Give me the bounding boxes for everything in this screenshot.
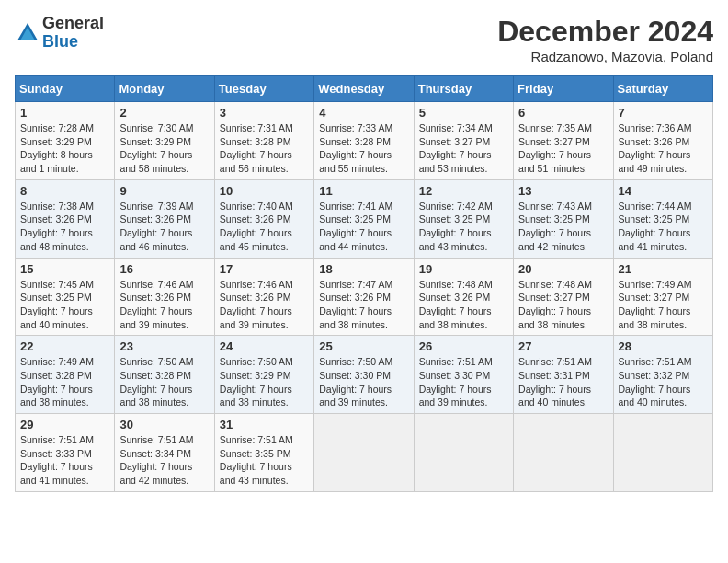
day-info: Sunrise: 7:50 AMSunset: 3:28 PMDaylight:… <box>119 355 209 409</box>
day-info: Sunrise: 7:42 AMSunset: 3:25 PMDaylight:… <box>419 200 508 254</box>
calendar-cell: 17Sunrise: 7:46 AMSunset: 3:26 PMDayligh… <box>214 258 313 336</box>
logo: General Blue <box>15 15 104 52</box>
day-number: 15 <box>20 262 109 276</box>
day-info: Sunrise: 7:47 AMSunset: 3:26 PMDaylight:… <box>319 278 408 332</box>
day-info: Sunrise: 7:31 AMSunset: 3:28 PMDaylight:… <box>220 121 309 176</box>
day-number: 10 <box>220 184 309 198</box>
day-info: Sunrise: 7:48 AMSunset: 3:27 PMDaylight:… <box>518 278 608 332</box>
day-number: 3 <box>220 106 309 120</box>
day-info: Sunrise: 7:50 AMSunset: 3:29 PMDaylight:… <box>220 355 309 409</box>
calendar-cell: 23Sunrise: 7:50 AMSunset: 3:28 PMDayligh… <box>115 336 214 414</box>
calendar-cell: 28Sunrise: 7:51 AMSunset: 3:32 PMDayligh… <box>613 336 712 414</box>
calendar-cell: 22Sunrise: 7:49 AMSunset: 3:28 PMDayligh… <box>16 336 115 414</box>
calendar-cell: 9Sunrise: 7:39 AMSunset: 3:26 PMDaylight… <box>115 179 214 258</box>
calendar-cell: 10Sunrise: 7:40 AMSunset: 3:26 PMDayligh… <box>214 179 313 258</box>
day-number: 27 <box>518 339 608 353</box>
calendar-cell: 30Sunrise: 7:51 AMSunset: 3:34 PMDayligh… <box>115 414 214 492</box>
day-number: 26 <box>419 339 508 353</box>
day-info: Sunrise: 7:39 AMSunset: 3:26 PMDaylight:… <box>119 200 209 254</box>
weekday-header-thursday: Thursday <box>414 76 513 102</box>
calendar-cell: 18Sunrise: 7:47 AMSunset: 3:26 PMDayligh… <box>314 258 414 336</box>
day-number: 31 <box>220 418 309 431</box>
calendar-week-3: 15Sunrise: 7:45 AMSunset: 3:25 PMDayligh… <box>16 258 713 336</box>
calendar-cell: 15Sunrise: 7:45 AMSunset: 3:25 PMDayligh… <box>16 258 115 336</box>
calendar-cell: 11Sunrise: 7:41 AMSunset: 3:25 PMDayligh… <box>314 179 414 258</box>
day-number: 21 <box>619 262 708 276</box>
day-number: 1 <box>20 106 109 120</box>
day-info: Sunrise: 7:43 AMSunset: 3:25 PMDaylight:… <box>518 200 608 254</box>
weekday-header-sunday: Sunday <box>16 76 115 102</box>
calendar-cell <box>414 414 513 492</box>
calendar-week-2: 8Sunrise: 7:38 AMSunset: 3:26 PMDaylight… <box>16 179 713 258</box>
page-header: General Blue December 2024 Radzanowo, Ma… <box>15 15 713 64</box>
day-info: Sunrise: 7:49 AMSunset: 3:27 PMDaylight:… <box>619 278 708 332</box>
day-number: 11 <box>319 184 408 198</box>
calendar-week-1: 1Sunrise: 7:28 AMSunset: 3:29 PMDaylight… <box>16 102 713 180</box>
day-number: 9 <box>119 184 209 198</box>
day-number: 19 <box>419 262 508 276</box>
day-number: 25 <box>319 339 408 353</box>
calendar-cell: 27Sunrise: 7:51 AMSunset: 3:31 PMDayligh… <box>514 336 613 414</box>
day-number: 18 <box>319 262 408 276</box>
day-number: 29 <box>20 418 109 431</box>
calendar-cell: 20Sunrise: 7:48 AMSunset: 3:27 PMDayligh… <box>514 258 613 336</box>
weekday-header-tuesday: Tuesday <box>214 76 313 102</box>
day-info: Sunrise: 7:44 AMSunset: 3:25 PMDaylight:… <box>619 200 708 254</box>
month-year: December 2024 <box>497 15 713 49</box>
day-info: Sunrise: 7:51 AMSunset: 3:34 PMDaylight:… <box>119 433 209 488</box>
logo-general: General <box>42 14 104 32</box>
calendar-cell: 29Sunrise: 7:51 AMSunset: 3:33 PMDayligh… <box>16 414 115 492</box>
calendar-week-4: 22Sunrise: 7:49 AMSunset: 3:28 PMDayligh… <box>16 336 713 414</box>
day-number: 22 <box>20 339 109 353</box>
day-info: Sunrise: 7:35 AMSunset: 3:27 PMDaylight:… <box>518 121 608 176</box>
day-number: 17 <box>220 262 309 276</box>
day-info: Sunrise: 7:51 AMSunset: 3:30 PMDaylight:… <box>419 355 508 409</box>
day-number: 2 <box>119 106 209 120</box>
day-number: 8 <box>20 184 109 198</box>
day-info: Sunrise: 7:41 AMSunset: 3:25 PMDaylight:… <box>319 200 408 254</box>
logo-blue: Blue <box>42 32 78 51</box>
calendar-cell: 1Sunrise: 7:28 AMSunset: 3:29 PMDaylight… <box>16 102 115 180</box>
day-info: Sunrise: 7:45 AMSunset: 3:25 PMDaylight:… <box>20 278 109 332</box>
calendar-header: SundayMondayTuesdayWednesdayThursdayFrid… <box>16 76 713 102</box>
calendar-cell: 5Sunrise: 7:34 AMSunset: 3:27 PMDaylight… <box>414 102 513 180</box>
calendar-cell: 21Sunrise: 7:49 AMSunset: 3:27 PMDayligh… <box>613 258 712 336</box>
calendar-cell: 2Sunrise: 7:30 AMSunset: 3:29 PMDaylight… <box>115 102 214 180</box>
day-number: 30 <box>119 418 209 431</box>
calendar-cell: 25Sunrise: 7:50 AMSunset: 3:30 PMDayligh… <box>314 336 414 414</box>
weekday-header-row: SundayMondayTuesdayWednesdayThursdayFrid… <box>16 76 713 102</box>
day-info: Sunrise: 7:34 AMSunset: 3:27 PMDaylight:… <box>419 121 508 176</box>
logo-text: General Blue <box>42 15 104 52</box>
calendar-cell: 8Sunrise: 7:38 AMSunset: 3:26 PMDaylight… <box>16 179 115 258</box>
day-info: Sunrise: 7:46 AMSunset: 3:26 PMDaylight:… <box>119 278 209 332</box>
calendar-week-5: 29Sunrise: 7:51 AMSunset: 3:33 PMDayligh… <box>16 414 713 492</box>
day-info: Sunrise: 7:46 AMSunset: 3:26 PMDaylight:… <box>220 278 309 332</box>
day-number: 24 <box>220 339 309 353</box>
logo-icon <box>15 20 40 46</box>
calendar-cell: 4Sunrise: 7:33 AMSunset: 3:28 PMDaylight… <box>314 102 414 180</box>
title-block: December 2024 Radzanowo, Mazovia, Poland <box>497 15 713 64</box>
day-info: Sunrise: 7:49 AMSunset: 3:28 PMDaylight:… <box>20 355 109 409</box>
calendar-table: SundayMondayTuesdayWednesdayThursdayFrid… <box>15 75 713 492</box>
day-number: 16 <box>119 262 209 276</box>
day-info: Sunrise: 7:50 AMSunset: 3:30 PMDaylight:… <box>319 355 408 409</box>
day-info: Sunrise: 7:30 AMSunset: 3:29 PMDaylight:… <box>119 121 209 176</box>
day-info: Sunrise: 7:40 AMSunset: 3:26 PMDaylight:… <box>220 200 309 254</box>
calendar-cell <box>314 414 414 492</box>
calendar-cell: 24Sunrise: 7:50 AMSunset: 3:29 PMDayligh… <box>214 336 313 414</box>
calendar-cell: 13Sunrise: 7:43 AMSunset: 3:25 PMDayligh… <box>514 179 613 258</box>
weekday-header-saturday: Saturday <box>613 76 712 102</box>
day-number: 5 <box>419 106 508 120</box>
weekday-header-monday: Monday <box>115 76 214 102</box>
calendar-cell: 31Sunrise: 7:51 AMSunset: 3:35 PMDayligh… <box>214 414 313 492</box>
day-number: 23 <box>119 339 209 353</box>
calendar-cell: 3Sunrise: 7:31 AMSunset: 3:28 PMDaylight… <box>214 102 313 180</box>
day-number: 4 <box>319 106 408 120</box>
location: Radzanowo, Mazovia, Poland <box>497 49 713 64</box>
weekday-header-wednesday: Wednesday <box>314 76 414 102</box>
calendar-cell: 16Sunrise: 7:46 AMSunset: 3:26 PMDayligh… <box>115 258 214 336</box>
calendar-cell <box>514 414 613 492</box>
weekday-header-friday: Friday <box>514 76 613 102</box>
calendar-cell: 26Sunrise: 7:51 AMSunset: 3:30 PMDayligh… <box>414 336 513 414</box>
day-info: Sunrise: 7:36 AMSunset: 3:26 PMDaylight:… <box>619 121 708 176</box>
